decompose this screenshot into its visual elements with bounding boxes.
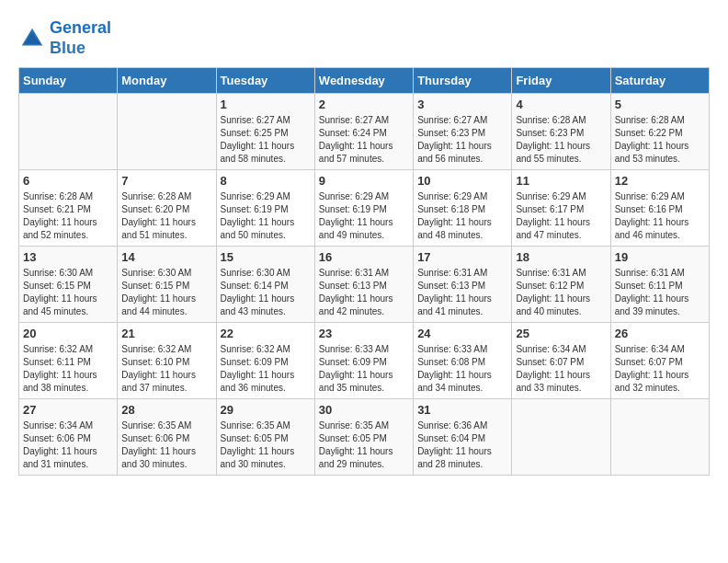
day-number: 15 <box>221 250 311 264</box>
day-cell: 2Sunrise: 6:27 AM Sunset: 6:24 PM Daylig… <box>314 94 413 170</box>
day-info: Sunrise: 6:29 AM Sunset: 6:19 PM Dayligh… <box>221 190 311 242</box>
day-info: Sunrise: 6:27 AM Sunset: 6:24 PM Dayligh… <box>319 114 409 166</box>
day-info: Sunrise: 6:31 AM Sunset: 6:13 PM Dayligh… <box>319 267 409 318</box>
calendar-body: 1Sunrise: 6:27 AM Sunset: 6:25 PM Daylig… <box>19 94 710 476</box>
day-info: Sunrise: 6:27 AM Sunset: 6:23 PM Dayligh… <box>417 114 507 166</box>
day-info: Sunrise: 6:36 AM Sunset: 6:04 PM Dayligh… <box>417 419 507 471</box>
day-cell: 14Sunrise: 6:30 AM Sunset: 6:15 PM Dayli… <box>118 247 216 323</box>
day-number: 20 <box>23 327 113 340</box>
calendar-table: SundayMondayTuesdayWednesdayThursdayFrid… <box>18 67 710 476</box>
day-cell <box>610 399 709 476</box>
day-cell: 22Sunrise: 6:32 AM Sunset: 6:09 PM Dayli… <box>216 323 314 399</box>
day-cell: 19Sunrise: 6:31 AM Sunset: 6:11 PM Dayli… <box>610 247 709 323</box>
day-cell: 1Sunrise: 6:27 AM Sunset: 6:25 PM Daylig… <box>216 94 314 170</box>
day-number: 4 <box>516 98 606 111</box>
day-cell: 28Sunrise: 6:35 AM Sunset: 6:06 PM Dayli… <box>118 399 216 476</box>
header-cell-tuesday: Tuesday <box>216 68 314 94</box>
day-info: Sunrise: 6:31 AM Sunset: 6:13 PM Dayligh… <box>417 267 507 318</box>
day-cell: 3Sunrise: 6:27 AM Sunset: 6:23 PM Daylig… <box>414 94 512 170</box>
day-number: 3 <box>417 98 507 111</box>
day-cell: 9Sunrise: 6:29 AM Sunset: 6:19 PM Daylig… <box>314 170 413 247</box>
day-cell: 6Sunrise: 6:28 AM Sunset: 6:21 PM Daylig… <box>19 170 118 247</box>
day-info: Sunrise: 6:31 AM Sunset: 6:12 PM Dayligh… <box>516 267 606 318</box>
day-number: 6 <box>23 174 113 188</box>
day-info: Sunrise: 6:35 AM Sunset: 6:05 PM Dayligh… <box>319 419 409 471</box>
day-info: Sunrise: 6:32 AM Sunset: 6:11 PM Dayligh… <box>23 343 113 395</box>
day-number: 18 <box>516 250 606 264</box>
day-number: 21 <box>121 327 211 340</box>
day-cell: 13Sunrise: 6:30 AM Sunset: 6:15 PM Dayli… <box>19 247 118 323</box>
day-info: Sunrise: 6:30 AM Sunset: 6:15 PM Dayligh… <box>23 267 113 318</box>
logo-icon <box>18 25 46 52</box>
day-cell <box>118 94 216 170</box>
day-number: 16 <box>319 250 409 264</box>
day-number: 29 <box>221 403 311 417</box>
day-cell: 25Sunrise: 6:34 AM Sunset: 6:07 PM Dayli… <box>512 323 610 399</box>
day-number: 30 <box>319 403 409 417</box>
day-number: 12 <box>615 174 705 188</box>
day-cell: 23Sunrise: 6:33 AM Sunset: 6:09 PM Dayli… <box>314 323 413 399</box>
day-info: Sunrise: 6:30 AM Sunset: 6:14 PM Dayligh… <box>221 267 311 318</box>
day-cell: 15Sunrise: 6:30 AM Sunset: 6:14 PM Dayli… <box>216 247 314 323</box>
week-row-3: 13Sunrise: 6:30 AM Sunset: 6:15 PM Dayli… <box>19 247 710 323</box>
day-number: 13 <box>23 250 113 264</box>
header-cell-wednesday: Wednesday <box>314 68 413 94</box>
day-cell: 24Sunrise: 6:33 AM Sunset: 6:08 PM Dayli… <box>414 323 512 399</box>
calendar-header: SundayMondayTuesdayWednesdayThursdayFrid… <box>19 68 710 94</box>
day-cell: 30Sunrise: 6:35 AM Sunset: 6:05 PM Dayli… <box>314 399 413 476</box>
day-number: 23 <box>319 327 409 340</box>
day-cell: 27Sunrise: 6:34 AM Sunset: 6:06 PM Dayli… <box>19 399 118 476</box>
day-number: 26 <box>615 327 705 340</box>
day-number: 27 <box>23 403 113 417</box>
day-cell: 18Sunrise: 6:31 AM Sunset: 6:12 PM Dayli… <box>512 247 610 323</box>
day-info: Sunrise: 6:31 AM Sunset: 6:11 PM Dayligh… <box>615 267 705 318</box>
week-row-1: 1Sunrise: 6:27 AM Sunset: 6:25 PM Daylig… <box>19 94 710 170</box>
page-header: General Blue <box>18 18 710 58</box>
day-number: 7 <box>121 174 211 188</box>
day-cell: 5Sunrise: 6:28 AM Sunset: 6:22 PM Daylig… <box>610 94 709 170</box>
day-cell: 12Sunrise: 6:29 AM Sunset: 6:16 PM Dayli… <box>610 170 709 247</box>
day-info: Sunrise: 6:29 AM Sunset: 6:17 PM Dayligh… <box>516 190 606 242</box>
day-info: Sunrise: 6:34 AM Sunset: 6:07 PM Dayligh… <box>516 343 606 395</box>
day-info: Sunrise: 6:28 AM Sunset: 6:21 PM Dayligh… <box>23 190 113 242</box>
day-info: Sunrise: 6:29 AM Sunset: 6:18 PM Dayligh… <box>417 190 507 242</box>
day-info: Sunrise: 6:30 AM Sunset: 6:15 PM Dayligh… <box>121 267 211 318</box>
week-row-2: 6Sunrise: 6:28 AM Sunset: 6:21 PM Daylig… <box>19 170 710 247</box>
day-info: Sunrise: 6:29 AM Sunset: 6:19 PM Dayligh… <box>319 190 409 242</box>
day-cell: 7Sunrise: 6:28 AM Sunset: 6:20 PM Daylig… <box>118 170 216 247</box>
day-number: 11 <box>516 174 606 188</box>
day-number: 25 <box>516 327 606 340</box>
day-number: 8 <box>221 174 311 188</box>
day-number: 14 <box>121 250 211 264</box>
day-info: Sunrise: 6:29 AM Sunset: 6:16 PM Dayligh… <box>615 190 705 242</box>
day-number: 5 <box>615 98 705 111</box>
day-number: 24 <box>417 327 507 340</box>
week-row-5: 27Sunrise: 6:34 AM Sunset: 6:06 PM Dayli… <box>19 399 710 476</box>
day-info: Sunrise: 6:28 AM Sunset: 6:20 PM Dayligh… <box>121 190 211 242</box>
day-number: 17 <box>417 250 507 264</box>
week-row-4: 20Sunrise: 6:32 AM Sunset: 6:11 PM Dayli… <box>19 323 710 399</box>
day-cell: 21Sunrise: 6:32 AM Sunset: 6:10 PM Dayli… <box>118 323 216 399</box>
day-info: Sunrise: 6:33 AM Sunset: 6:08 PM Dayligh… <box>417 343 507 395</box>
day-number: 1 <box>221 98 311 111</box>
day-info: Sunrise: 6:34 AM Sunset: 6:07 PM Dayligh… <box>615 343 705 395</box>
day-number: 28 <box>121 403 211 417</box>
day-number: 10 <box>417 174 507 188</box>
day-number: 9 <box>319 174 409 188</box>
day-info: Sunrise: 6:35 AM Sunset: 6:05 PM Dayligh… <box>221 419 311 471</box>
day-number: 2 <box>319 98 409 111</box>
day-cell: 20Sunrise: 6:32 AM Sunset: 6:11 PM Dayli… <box>19 323 118 399</box>
day-info: Sunrise: 6:35 AM Sunset: 6:06 PM Dayligh… <box>121 419 211 471</box>
header-cell-monday: Monday <box>118 68 216 94</box>
day-cell <box>512 399 610 476</box>
day-number: 31 <box>417 403 507 417</box>
header-cell-saturday: Saturday <box>610 68 709 94</box>
day-info: Sunrise: 6:28 AM Sunset: 6:22 PM Dayligh… <box>615 114 705 166</box>
day-info: Sunrise: 6:28 AM Sunset: 6:23 PM Dayligh… <box>516 114 606 166</box>
day-cell: 26Sunrise: 6:34 AM Sunset: 6:07 PM Dayli… <box>610 323 709 399</box>
header-cell-thursday: Thursday <box>414 68 512 94</box>
day-info: Sunrise: 6:33 AM Sunset: 6:09 PM Dayligh… <box>319 343 409 395</box>
day-info: Sunrise: 6:32 AM Sunset: 6:09 PM Dayligh… <box>221 343 311 395</box>
day-number: 19 <box>615 250 705 264</box>
day-cell: 4Sunrise: 6:28 AM Sunset: 6:23 PM Daylig… <box>512 94 610 170</box>
